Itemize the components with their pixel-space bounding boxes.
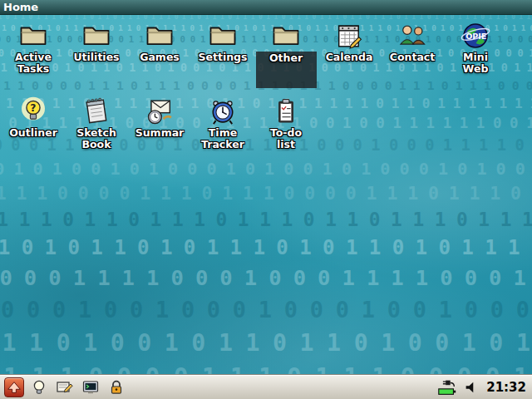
desktop-icon-label: Mini Web xyxy=(463,52,489,75)
titlebar: Home xyxy=(0,0,532,15)
desktop-icon-label: To-do list xyxy=(270,127,302,150)
icon-row-1: Active TasksUtilitiesGamesSettingsOtherC… xyxy=(2,20,507,88)
desktop-icon-utilities[interactable]: Utilities xyxy=(65,20,128,88)
folder-icon xyxy=(17,20,49,52)
desktop-icon-label: Utilities xyxy=(73,52,119,63)
summary-icon xyxy=(144,96,175,127)
backlight-applet-button[interactable] xyxy=(28,377,50,398)
calendar-icon xyxy=(333,20,365,52)
desktop-icon-games[interactable]: Games xyxy=(128,20,191,88)
folder-icon xyxy=(270,20,302,52)
desktop-icon-label: Active Tasks xyxy=(15,52,52,75)
binary-row: 0111011011101110110111011101101110111011… xyxy=(0,209,532,230)
notes-applet-button[interactable] xyxy=(54,377,76,398)
desktop-icon-label: Contact xyxy=(390,52,435,63)
binary-row: 0111000011101110000111011100001110111000… xyxy=(0,363,532,375)
desktop-icon-contacts[interactable]: Contact xyxy=(381,20,444,88)
outliner-icon: ? xyxy=(17,96,49,127)
system-tray: 21:32 xyxy=(436,377,528,398)
desktop-icon-outliner[interactable]: ?Outliner xyxy=(2,96,65,150)
contacts-icon xyxy=(397,20,428,52)
desktop-icon-label: Summar xyxy=(135,127,185,139)
taskbar: 21:32 xyxy=(0,374,532,399)
svg-text:OPIE: OPIE xyxy=(466,32,486,41)
folder-icon xyxy=(144,20,175,52)
battery-indicator[interactable] xyxy=(436,377,458,398)
desktop-icon-label: Outliner xyxy=(9,127,57,139)
desktop-icon-mini-web[interactable]: OPIEMini Web xyxy=(444,20,507,88)
desktop-icon-label: Time Tracker xyxy=(201,127,244,150)
screen: Home 01110110111011101101110111011011101… xyxy=(0,0,532,399)
clock[interactable]: 21:32 xyxy=(485,380,528,395)
desktop: 0111011011101110110111011101101110111011… xyxy=(0,15,532,374)
up-arrow-icon xyxy=(6,379,22,396)
binary-row: 1000100100010001001000100010010001000100… xyxy=(0,297,532,323)
todo-icon xyxy=(270,96,302,127)
terminal-icon xyxy=(81,378,100,397)
timetracker-icon xyxy=(207,96,239,127)
desktop-icon-label: Calenda xyxy=(326,52,373,63)
binary-row: 0111000011101110000111011100001110111000… xyxy=(0,183,532,204)
launcher-button[interactable] xyxy=(4,377,24,397)
sketchbook-icon xyxy=(81,96,112,127)
globe-icon: OPIE xyxy=(460,20,491,52)
speaker-icon xyxy=(463,379,480,396)
lock-applet-button[interactable] xyxy=(106,377,127,398)
binary-row: 0110100101101101001011011010010110110100… xyxy=(0,329,532,357)
desktop-icon-label: Games xyxy=(140,52,180,63)
svg-text:?: ? xyxy=(30,102,36,114)
terminal-applet-button[interactable] xyxy=(80,377,101,398)
desktop-icon-todo-list[interactable]: To-do list xyxy=(254,96,318,150)
power-plug-battery-icon xyxy=(436,377,458,397)
window-title: Home xyxy=(3,1,38,13)
desktop-icon-sketch-book[interactable]: Sketch Book xyxy=(65,96,128,150)
desktop-icon-summary[interactable]: Summar xyxy=(128,96,191,150)
icon-row-2: ?OutlinerSketch BookSummarTime TrackerTo… xyxy=(2,96,318,150)
lightbulb-icon xyxy=(30,378,48,397)
desktop-icon-other[interactable]: Other xyxy=(254,20,318,88)
padlock-icon xyxy=(107,378,126,397)
binary-row: 1000111100010001111000100011110001000111… xyxy=(0,265,532,290)
desktop-icon-label: Settings xyxy=(198,52,247,63)
desktop-icon-calendar[interactable]: Calenda xyxy=(318,20,381,88)
desktop-icon-active-tasks[interactable]: Active Tasks xyxy=(2,20,65,88)
binary-row: 0010100101000101001010001010010100010100… xyxy=(0,159,532,179)
folder-icon xyxy=(81,20,112,52)
folder-icon xyxy=(207,20,239,52)
card-pencil-icon xyxy=(56,378,74,397)
desktop-icon-label: Sketch Book xyxy=(76,127,116,150)
volume-applet[interactable] xyxy=(461,377,482,398)
binary-row: 1101011010111010110101110101101011101011… xyxy=(0,236,532,259)
desktop-icon-settings[interactable]: Settings xyxy=(191,20,254,88)
desktop-icon-label: Other xyxy=(256,52,317,88)
desktop-icon-time-tracker[interactable]: Time Tracker xyxy=(191,96,254,150)
